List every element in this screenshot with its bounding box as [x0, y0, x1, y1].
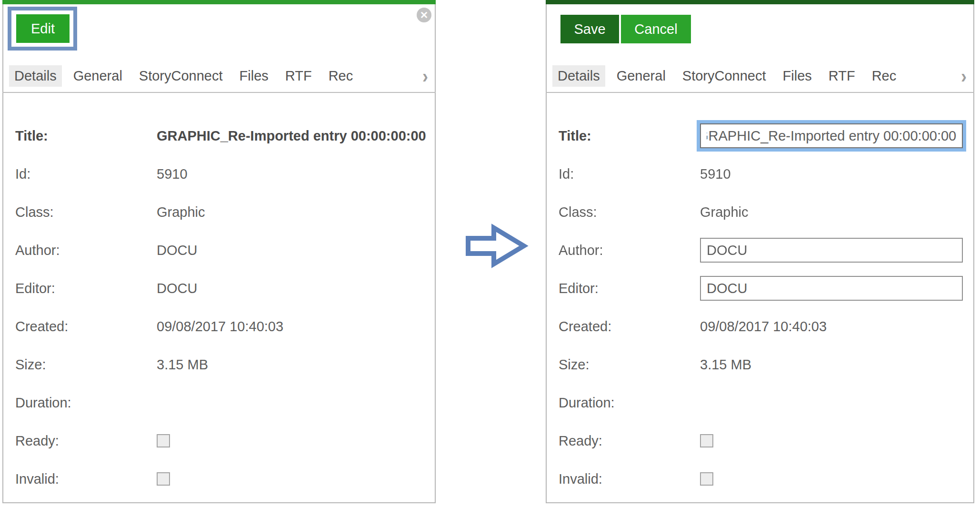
class-value: Graphic: [157, 204, 205, 220]
class-label: Class:: [15, 204, 157, 220]
field-row-title: Title:: [547, 117, 973, 155]
field-row-id: Id:5910: [3, 155, 435, 193]
tab-details[interactable]: Details: [552, 65, 605, 87]
tab-files[interactable]: Files: [778, 65, 817, 87]
field-row-invalid: Invalid:: [3, 460, 435, 498]
invalid-label: Invalid:: [15, 471, 157, 487]
created-label: Created:: [559, 319, 700, 335]
title-label: Title:: [559, 128, 700, 144]
tab-details[interactable]: Details: [9, 65, 62, 87]
tab-storyconnect[interactable]: StoryConnect: [677, 65, 771, 87]
details-panel-edit-mode: Save Cancel DetailsGeneralStoryConnectFi…: [546, 0, 974, 503]
tab-rec[interactable]: Rec: [867, 65, 902, 87]
created-label: Created:: [15, 319, 157, 335]
details-fields: Title:GRAPHIC_Re-Imported entry 00:00:00…: [3, 93, 435, 498]
field-row-size: Size:3.15 MB: [547, 345, 973, 384]
title-label: Title:: [15, 128, 157, 144]
transition-arrow-icon: [464, 223, 529, 271]
ready-label: Ready:: [15, 433, 157, 449]
field-row-class: Class:Graphic: [547, 193, 973, 231]
panel-top-bar: [2, 0, 436, 4]
size-label: Size:: [559, 357, 700, 373]
id-label: Id:: [15, 166, 157, 182]
tab-bar: DetailsGeneralStoryConnectFilesRTFRec: [552, 64, 945, 87]
field-row-editor: Editor:: [547, 269, 973, 307]
id-label: Id:: [559, 166, 700, 182]
invalid-label: Invalid:: [559, 471, 700, 487]
tab-overflow-chevron-icon[interactable]: ›: [961, 66, 967, 86]
tab-bar: DetailsGeneralStoryConnectFilesRTFRec: [9, 64, 406, 87]
field-row-class: Class:Graphic: [3, 193, 435, 231]
tab-general[interactable]: General: [68, 65, 128, 87]
field-row-created: Created:09/08/2017 10:40:03: [3, 307, 435, 345]
tab-files[interactable]: Files: [234, 65, 274, 87]
field-row-author: Author:DOCU: [3, 231, 435, 269]
field-row-editor: Editor:DOCU: [3, 269, 435, 307]
field-row-ready: Ready:: [547, 422, 973, 460]
details-panel-view-mode: Edit ✕ DetailsGeneralStoryConnectFilesRT…: [2, 0, 436, 503]
field-row-created: Created:09/08/2017 10:40:03: [547, 307, 973, 345]
ready-checkbox[interactable]: [157, 434, 170, 447]
tab-storyconnect[interactable]: StoryConnect: [134, 65, 228, 87]
field-row-id: Id:5910: [547, 155, 973, 193]
panel-top-bar: [546, 0, 974, 4]
field-row-invalid: Invalid:: [547, 460, 973, 498]
created-value: 09/08/2017 10:40:03: [157, 319, 283, 335]
size-value: 3.15 MB: [700, 357, 751, 373]
editor-label: Editor:: [15, 281, 157, 296]
class-value: Graphic: [700, 204, 749, 220]
size-value: 3.15 MB: [157, 357, 208, 373]
author-value: DOCU: [157, 243, 197, 258]
author-label: Author:: [559, 243, 700, 258]
title-input[interactable]: [700, 123, 963, 148]
cancel-button[interactable]: Cancel: [621, 15, 691, 43]
tab-rec[interactable]: Rec: [323, 65, 359, 87]
author-input[interactable]: [700, 238, 963, 263]
field-row-duration: Duration:: [547, 384, 973, 422]
title-value: GRAPHIC_Re-Imported entry 00:00:00:00: [157, 128, 426, 144]
close-icon[interactable]: ✕: [417, 8, 431, 22]
duration-label: Duration:: [559, 395, 700, 411]
editor-value: DOCU: [157, 281, 197, 296]
invalid-checkbox[interactable]: [700, 472, 713, 486]
field-row-author: Author:: [547, 231, 973, 269]
size-label: Size:: [15, 357, 157, 373]
author-label: Author:: [15, 243, 157, 258]
duration-label: Duration:: [15, 395, 157, 411]
save-button[interactable]: Save: [560, 15, 619, 43]
tab-general[interactable]: General: [611, 65, 671, 87]
editor-label: Editor:: [559, 281, 700, 296]
edit-button[interactable]: Edit: [16, 14, 70, 43]
details-fields: Title:Id:5910Class:GraphicAuthor:Editor:…: [547, 93, 973, 498]
tab-overflow-chevron-icon[interactable]: ›: [422, 66, 428, 86]
field-row-duration: Duration:: [3, 384, 435, 422]
field-row-size: Size:3.15 MB: [3, 345, 435, 384]
class-label: Class:: [559, 204, 700, 220]
field-row-ready: Ready:: [3, 422, 435, 460]
id-value: 5910: [157, 166, 188, 182]
invalid-checkbox[interactable]: [157, 472, 170, 486]
tab-rtf[interactable]: RTF: [280, 65, 317, 87]
editor-input[interactable]: [700, 276, 963, 301]
field-row-title: Title:GRAPHIC_Re-Imported entry 00:00:00…: [3, 117, 435, 155]
ready-checkbox[interactable]: [700, 434, 713, 447]
tab-rtf[interactable]: RTF: [823, 65, 860, 87]
id-value: 5910: [700, 166, 731, 182]
created-value: 09/08/2017 10:40:03: [700, 319, 827, 335]
ready-label: Ready:: [559, 433, 700, 449]
